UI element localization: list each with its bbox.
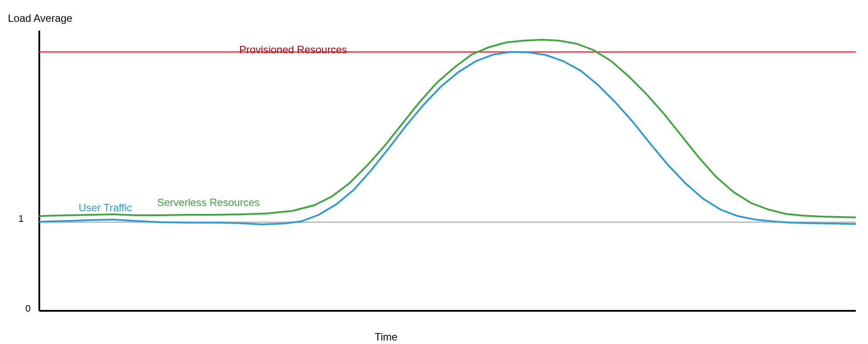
label-serverless: Serverless Resources [157,196,260,209]
chart-plot [0,0,868,344]
chart-container: Load Average Time 0 1 Provisioned Resour… [0,0,868,344]
y-tick-0: 0 [25,303,31,314]
x-axis-title: Time [375,331,397,343]
label-provisioned: Provisioned Resources [239,44,347,56]
y-axis-title: Load Average [8,12,72,24]
label-user-traffic: User Traffic [79,202,132,214]
y-tick-1: 1 [18,213,24,224]
serverless-curve [39,40,856,217]
